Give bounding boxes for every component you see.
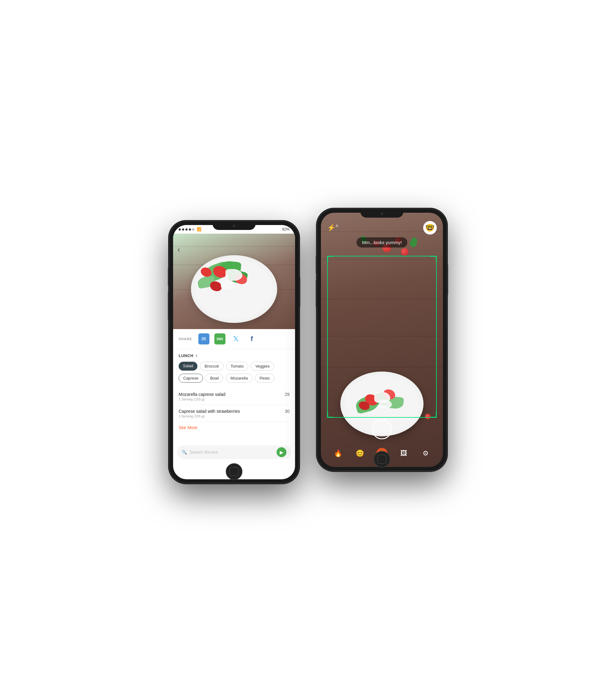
share-label: SHARE (179, 337, 192, 341)
signal-dot-4 (189, 229, 191, 231)
flame-button[interactable]: 🔥 (333, 448, 344, 459)
camera-top-bar: ⚡A 🤓 (321, 213, 443, 234)
tag-caprese[interactable]: Caprese (179, 374, 203, 383)
gallery-button[interactable]: 🖼 (398, 448, 409, 459)
tag-pesto[interactable]: Pesto (255, 374, 274, 383)
send-icon: ▶ (280, 450, 283, 455)
tag-veggies[interactable]: Veggies (251, 362, 274, 371)
phone-1: 📶 82% (169, 221, 299, 483)
share-twitter-button[interactable]: 𝕏 (230, 333, 241, 344)
flame-icon: 🔥 (334, 450, 342, 457)
search-bar[interactable]: 🔍 Search Recent ▶ (177, 446, 291, 459)
scan-corner-tl (327, 256, 333, 262)
power-button-2 (447, 264, 448, 295)
phone2-screen: ⚡A 🤓 Mm...looks yummy! (321, 213, 443, 467)
camera-dot-2 (380, 212, 383, 215)
scan-corner-br (430, 412, 437, 418)
wood-stripe-1 (173, 246, 295, 247)
meal-label-text: LUNCH (179, 353, 193, 358)
volume-up-button-2 (316, 255, 317, 274)
result-1-serving: 1 Serving (155 g) (179, 397, 226, 401)
lightning-icon: ⚡ (327, 224, 335, 232)
tag-salad[interactable]: Salad (179, 362, 197, 371)
volume-down-button-2 (316, 280, 317, 307)
gallery-icon: 🖼 (400, 450, 407, 457)
search-icon: 🔍 (182, 450, 187, 455)
scan-corner-tr (430, 256, 437, 262)
phone-2: ⚡A 🤓 Mm...looks yummy! (317, 209, 447, 471)
signal-dot-2 (182, 229, 184, 231)
volume-up-button (168, 267, 169, 286)
signal-dot-3 (186, 229, 188, 231)
scene: 📶 82% (169, 209, 447, 483)
signal-dots: 📶 (179, 227, 201, 232)
volume-down-button (168, 292, 169, 320)
meal-section: LUNCH ∨ Salad Broccoli Tomato Veggies Ca… (173, 349, 295, 388)
face-icon: 😊 (356, 450, 364, 457)
tag-broccoli[interactable]: Broccoli (200, 362, 223, 371)
camera-dot (233, 224, 236, 228)
result-1-name: Mozarella caprese salad (179, 392, 226, 397)
result-2-serving: 1 Serving (155 g) (179, 414, 240, 418)
tags-row-1: Salad Broccoli Tomato Veggies (179, 362, 290, 371)
wifi-icon: 📶 (197, 227, 201, 232)
flash-icon[interactable]: ⚡A (327, 224, 338, 232)
tag-tomato[interactable]: Tomato (226, 362, 249, 371)
tag-bowl[interactable]: Bowl (206, 374, 223, 383)
back-button[interactable]: ‹ (177, 245, 180, 254)
see-more-button[interactable]: See More (173, 422, 295, 433)
scan-rectangle (327, 256, 437, 418)
speech-bubble: Mm...looks yummy! (356, 237, 407, 247)
email-icon: ✉ (201, 336, 206, 342)
mozzarella-1 (226, 269, 242, 281)
signal-dot-1 (179, 229, 181, 231)
face-button[interactable]: 😊 (355, 448, 366, 459)
meal-label[interactable]: LUNCH ∨ (179, 353, 290, 358)
home-button-2[interactable] (374, 451, 390, 468)
search-placeholder-text: Search Recent (189, 450, 274, 455)
tags-row-2: Caprese Bowl Mozarella Pesto (179, 374, 290, 383)
food-image: ‹ (173, 234, 295, 329)
home-button[interactable] (226, 463, 242, 480)
settings-button[interactable]: ⚙ (420, 448, 431, 459)
gear-icon: ⚙ (423, 450, 429, 457)
power-button (299, 277, 300, 307)
results-list: Mozarella caprese salad 1 Serving (155 g… (173, 388, 295, 422)
result-2-cal: 30 (284, 409, 290, 414)
share-sms-button[interactable]: SMS (214, 333, 226, 344)
mozzarella-2 (221, 280, 235, 289)
result-1-cal: 29 (284, 392, 290, 397)
battery-level: 82% (282, 227, 290, 232)
tomato-3 (401, 248, 408, 256)
camera-view: ⚡A 🤓 Mm...looks yummy! (321, 213, 443, 467)
basil-1 (409, 237, 418, 248)
share-email-button[interactable]: ✉ (198, 333, 209, 344)
signal-dot-5 (192, 229, 194, 231)
sms-icon: SMS (216, 338, 223, 341)
chevron-down-icon: ∨ (195, 354, 198, 358)
result-item-1[interactable]: Mozarella caprese salad 1 Serving (155 g… (179, 388, 290, 405)
shutter-button[interactable] (372, 419, 392, 439)
share-facebook-button[interactable]: f (247, 333, 257, 344)
share-bar: SHARE ✉ SMS 𝕏 f (173, 329, 295, 349)
result-2-name: Caprese salad with strawberries (179, 409, 240, 414)
tag-mozarella[interactable]: Mozarella (226, 374, 252, 383)
scan-corner-bl (327, 412, 333, 418)
flash-mode: A (336, 224, 338, 228)
user-avatar[interactable]: 🤓 (423, 221, 437, 235)
facebook-icon: f (251, 335, 253, 343)
phone1-screen: 📶 82% (173, 225, 295, 479)
twitter-icon: 𝕏 (233, 335, 239, 343)
search-send-button[interactable]: ▶ (277, 447, 286, 457)
avatar-emoji: 🤓 (425, 223, 434, 232)
result-item-2[interactable]: Caprese salad with strawberries 1 Servin… (179, 405, 290, 422)
